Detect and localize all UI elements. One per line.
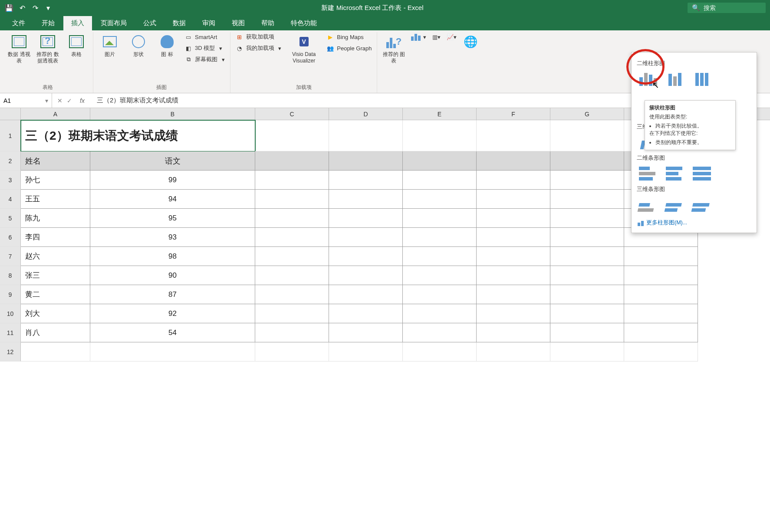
cell[interactable] [255,209,329,228]
tab-文件[interactable]: 文件 [4,16,33,30]
cell[interactable] [403,171,477,190]
cell[interactable]: 李四 [21,228,90,247]
cell[interactable]: 张三 [21,266,90,285]
cell[interactable] [329,323,403,342]
column-chart-dropdown[interactable]: ▾ [409,32,428,42]
cell[interactable] [21,342,90,361]
icons-button[interactable]: 图 标 [154,32,180,59]
cell[interactable] [477,190,550,209]
cell[interactable] [477,266,550,285]
cell[interactable] [550,171,624,190]
cell[interactable]: 刘大 [21,304,90,323]
tab-公式[interactable]: 公式 [135,16,164,30]
row-header-4[interactable]: 4 [0,190,21,209]
cell[interactable] [90,342,255,361]
cell[interactable] [403,266,477,285]
undo-icon[interactable]: ↶ [17,3,27,13]
3d-bar-option[interactable] [689,196,715,214]
row-header-12[interactable]: 12 [0,342,21,361]
cell[interactable] [329,342,403,361]
cell[interactable] [624,285,698,304]
row-header-11[interactable]: 11 [0,323,21,342]
cell[interactable] [329,266,403,285]
cell[interactable] [329,228,403,247]
cell[interactable] [255,247,329,266]
cell[interactable] [255,342,329,361]
row-header-6[interactable]: 6 [0,228,21,247]
cell[interactable]: 黄二 [21,285,90,304]
cell[interactable] [624,247,698,266]
tab-审阅[interactable]: 审阅 [194,16,223,30]
cell[interactable] [329,190,403,209]
tab-页面布局[interactable]: 页面布局 [93,16,135,30]
bing-maps-button[interactable]: ▶Bing Maps [325,32,373,42]
cell[interactable] [329,171,403,190]
screenshot-button[interactable]: ⧉屏幕截图 ▾ [183,55,227,64]
cell[interactable] [550,151,624,171]
cell[interactable] [624,266,698,285]
cell[interactable] [329,151,403,171]
cell[interactable] [255,304,329,323]
cell[interactable]: 陈九 [21,209,90,228]
row-header-7[interactable]: 7 [0,247,21,266]
stacked-bar-option[interactable] [664,164,686,183]
recommended-charts-button[interactable]: ? 推荐的 图表 [381,32,407,66]
accept-formula-icon[interactable]: ✓ [67,97,72,104]
get-addins-button[interactable]: ⊞获取加载项 [234,32,283,42]
row-header-3[interactable]: 3 [0,171,21,190]
cell[interactable]: 姓名 [21,151,90,171]
cell[interactable]: 王五 [21,190,90,209]
bar-chart-dropdown[interactable]: ▥▾ [431,32,442,42]
cell[interactable]: 语文 [90,151,255,171]
cell[interactable] [255,285,329,304]
cell[interactable] [550,190,624,209]
cell[interactable] [477,247,550,266]
clustered-column-option[interactable]: ↖ [637,70,659,88]
col-header-F[interactable]: F [477,108,550,120]
tab-插入[interactable]: 插入 [63,16,92,30]
smartart-button[interactable]: ▭SmartArt [183,32,227,42]
cell[interactable] [329,285,403,304]
row-header-8[interactable]: 8 [0,266,21,285]
pivot-table-button[interactable]: 数据 透视表 [6,32,32,66]
cell[interactable] [477,209,550,228]
cell[interactable] [550,228,624,247]
maps-button[interactable]: 🌐 [461,32,480,53]
cell[interactable]: 三（2）班期末语文考试成绩 [21,120,255,151]
name-box-dropdown-icon[interactable]: ▾ [45,97,48,104]
cell[interactable] [624,342,698,361]
col-header-D[interactable]: D [329,108,403,120]
name-box-input[interactable] [3,97,38,104]
cell[interactable] [477,304,550,323]
tab-帮助[interactable]: 帮助 [253,16,282,30]
line-chart-dropdown[interactable]: 📈▾ [445,32,458,42]
3d-stacked-bar-option[interactable] [662,196,688,214]
cell[interactable] [624,304,698,323]
cell[interactable] [403,323,477,342]
cell[interactable]: 98 [90,247,255,266]
col-header-G[interactable]: G [550,108,624,120]
cell[interactable]: 87 [90,285,255,304]
fx-icon[interactable]: fx [80,97,85,104]
cell[interactable] [403,151,477,171]
cell[interactable] [403,190,477,209]
col-header-B[interactable]: B [90,108,255,120]
col-header-C[interactable]: C [255,108,329,120]
tab-数据[interactable]: 数据 [165,16,194,30]
3d-clustered-bar-option[interactable] [635,196,661,214]
row-header-2[interactable]: 2 [0,151,21,171]
cell[interactable] [477,171,550,190]
col-header-A[interactable]: A [21,108,90,120]
cell[interactable] [550,323,624,342]
cell[interactable] [550,304,624,323]
cell[interactable] [255,151,329,171]
cell[interactable] [255,120,329,151]
visio-button[interactable]: V Visio Data Visualizer [286,32,322,66]
search-box[interactable]: 🔍 [688,3,766,13]
name-box[interactable]: ▾ [0,93,52,108]
cell[interactable] [477,151,550,171]
cell[interactable] [403,120,477,151]
row-header-5[interactable]: 5 [0,209,21,228]
cell[interactable] [477,285,550,304]
cell[interactable] [255,323,329,342]
